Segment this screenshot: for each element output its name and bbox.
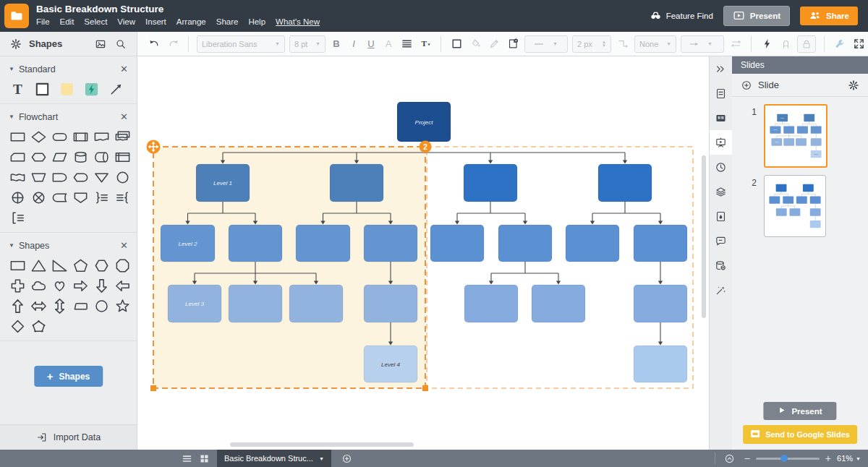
document-list-icon[interactable] — [178, 450, 195, 467]
image-icon[interactable] — [93, 37, 108, 51]
italic-button[interactable]: I — [345, 38, 362, 49]
add-slide-button[interactable]: Slide — [758, 80, 842, 90]
document-shape[interactable] — [93, 128, 110, 145]
arrow-left-right-shape[interactable] — [30, 297, 47, 314]
process-shape[interactable] — [9, 128, 26, 145]
merge-shape[interactable] — [93, 168, 110, 186]
fullscreen-expand-icon[interactable] — [849, 35, 868, 53]
canvas-vertical-scrollbar[interactable] — [702, 155, 706, 318]
text-options-icon[interactable]: T — [416, 35, 435, 53]
dynamic-shape-shape[interactable] — [82, 80, 100, 98]
undo-icon[interactable] — [145, 35, 163, 53]
line-arrow-shape[interactable] — [107, 80, 124, 98]
close-section-icon[interactable]: ✕ — [120, 111, 128, 122]
underline-button[interactable]: U — [362, 38, 380, 49]
menu-item-insert[interactable]: Insert — [145, 17, 166, 26]
annotation-bracket-shape[interactable] — [9, 209, 26, 226]
sticky-note-shape[interactable] — [58, 80, 75, 98]
app-logo-folder-icon[interactable] — [4, 4, 29, 28]
decision-shape[interactable] — [30, 128, 47, 145]
line-end-none-select[interactable]: None▼ — [634, 35, 676, 53]
redo-icon[interactable] — [163, 35, 182, 53]
menu-item-view[interactable]: View — [117, 17, 135, 26]
layers-panel-icon[interactable] — [710, 179, 732, 204]
connector-shape[interactable] — [114, 168, 131, 186]
page-style-panel-icon[interactable] — [710, 204, 732, 228]
octagon-shape[interactable] — [114, 257, 131, 274]
display-shape[interactable] — [72, 168, 89, 186]
slides-settings-gear-icon[interactable] — [848, 80, 859, 91]
notes-panel-icon[interactable] — [710, 81, 732, 106]
star-shape[interactable] — [114, 297, 131, 314]
diagram-canvas[interactable]: ProjectLevel 1Level 2Level 3Level 42 — [137, 56, 709, 450]
menu-item-file[interactable]: File — [36, 17, 50, 26]
arrow-up-shape[interactable] — [9, 297, 26, 314]
wrench-icon[interactable] — [830, 35, 849, 53]
zoom-slider[interactable] — [756, 458, 820, 460]
present-button[interactable]: Present — [723, 6, 790, 26]
swap-arrows-icon[interactable] — [726, 35, 745, 53]
send-to-google-slides-button[interactable]: Send to Google Slides — [743, 425, 857, 444]
bold-button[interactable]: B — [328, 38, 345, 49]
menu-item-select[interactable]: Select — [84, 17, 107, 26]
arrowhead-select[interactable]: ▼ — [681, 35, 724, 53]
cloud-shape[interactable] — [30, 277, 47, 294]
canvas-horizontal-scrollbar[interactable] — [230, 442, 414, 447]
off-page-connector-shape[interactable] — [72, 189, 89, 206]
internal-storage-shape[interactable] — [114, 148, 131, 166]
banner-shape[interactable] — [72, 297, 89, 314]
preparation-shape[interactable] — [30, 148, 47, 166]
multiple-documents-shape[interactable] — [114, 128, 131, 145]
arrow-left-shape[interactable] — [114, 277, 131, 294]
grid-view-icon[interactable] — [195, 450, 213, 467]
summing-junction-shape[interactable] — [30, 189, 47, 206]
arrow-right-shape[interactable] — [72, 277, 89, 294]
slides-panel-icon[interactable] — [710, 130, 732, 155]
magic-wand-panel-icon[interactable] — [710, 278, 732, 302]
import-data-button[interactable]: Import Data — [0, 424, 137, 450]
text-shape[interactable]: T — [9, 80, 26, 98]
pentagon-shape[interactable] — [72, 257, 89, 274]
circle-shape[interactable] — [93, 297, 110, 314]
comment-shape-icon[interactable] — [503, 35, 522, 53]
more-shapes-button[interactable]: + Shapes — [34, 366, 103, 387]
slide-thumbnail-1[interactable]: Level 1Level 2Level 3Level 4 — [764, 104, 827, 168]
fit-to-screen-icon[interactable] — [721, 450, 739, 467]
line-color-icon[interactable] — [485, 35, 503, 53]
menu-item-arrange[interactable]: Arrange — [176, 17, 206, 26]
menu-item-help[interactable]: Help — [248, 17, 265, 26]
stored-data-shape[interactable] — [51, 189, 68, 206]
terminator-shape[interactable] — [51, 128, 68, 145]
fill-color-icon[interactable] — [466, 35, 485, 53]
elbow-connector-icon[interactable] — [613, 35, 632, 53]
or-shape[interactable] — [9, 189, 26, 206]
triangle-shape[interactable] — [30, 257, 47, 274]
right-triangle-shape[interactable] — [51, 257, 68, 274]
annotation-brace-left-shape[interactable] — [114, 189, 131, 206]
comments-panel-icon[interactable] — [710, 228, 732, 253]
collapse-chevrons-panel-icon[interactable] — [710, 56, 732, 81]
font-family-select[interactable]: Liberation Sans▼ — [197, 35, 285, 53]
diamond-shape[interactable] — [9, 317, 26, 335]
direct-access-storage-shape[interactable] — [93, 148, 110, 166]
annotation-brace-right-shape[interactable] — [93, 189, 110, 206]
slide-thumbnail-2[interactable] — [764, 175, 826, 237]
share-button[interactable]: Share — [800, 7, 858, 25]
shapes-manager-icon[interactable] — [9, 37, 23, 51]
heart-shape[interactable] — [51, 277, 68, 294]
font-size-select[interactable]: 8 pt▼ — [289, 35, 326, 53]
manual-operation-shape[interactable] — [30, 168, 47, 186]
zoom-in-button[interactable]: + — [825, 453, 831, 463]
zoom-out-button[interactable]: − — [744, 453, 750, 463]
polygon-editable-shape[interactable] — [30, 317, 47, 335]
menu-item-what-s-new[interactable]: What's New — [276, 17, 320, 26]
card-shape[interactable] — [9, 148, 26, 166]
shape-frame-icon[interactable] — [447, 35, 466, 53]
section-header-flowchart[interactable]: ▼ Flowchart ✕ — [0, 104, 137, 127]
snap-magnet-icon[interactable] — [776, 35, 795, 53]
zoom-slider-thumb[interactable] — [780, 455, 788, 462]
zoom-level[interactable]: 61% ▼ — [837, 454, 861, 463]
hexagon-shape[interactable] — [93, 257, 110, 274]
feature-find-button[interactable]: Feature Find — [650, 9, 713, 23]
slides-present-button[interactable]: Present — [763, 402, 836, 420]
